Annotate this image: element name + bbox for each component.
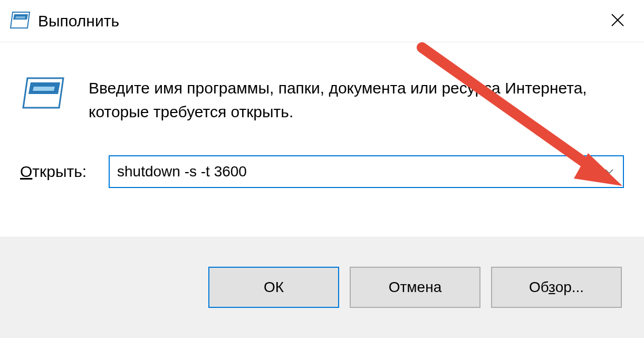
info-row: Введите имя программы, папки, документа … <box>20 74 624 124</box>
titlebar: Выполнить <box>0 0 644 42</box>
command-input[interactable] <box>117 163 603 180</box>
button-bar: ОК Отмена Обзор... <box>0 237 644 338</box>
cancel-button-label: Отмена <box>389 279 441 296</box>
open-label-text: ткрыть: <box>32 163 86 180</box>
ok-button[interactable]: ОК <box>208 267 339 308</box>
open-label-accelerator: О <box>20 163 32 180</box>
command-combobox[interactable] <box>109 155 624 188</box>
browse-button[interactable]: Обзор... <box>491 267 622 308</box>
combobox-dropdown-button[interactable] <box>603 165 616 178</box>
dialog-content: Введите имя программы, папки, документа … <box>0 42 644 209</box>
close-button[interactable] <box>606 10 629 33</box>
titlebar-left: Выполнить <box>9 10 119 32</box>
window-title: Выполнить <box>38 12 119 30</box>
open-label: Открыть: <box>20 163 94 181</box>
input-row: Открыть: <box>20 155 624 188</box>
svg-marker-7 <box>33 87 55 91</box>
close-icon <box>611 13 624 29</box>
run-dialog-large-icon <box>20 74 68 114</box>
cancel-button[interactable]: Отмена <box>350 267 480 308</box>
chevron-down-icon <box>604 167 614 176</box>
run-dialog-icon <box>9 10 32 32</box>
ok-button-label: ОК <box>264 279 284 296</box>
browse-button-label: Обзор... <box>529 279 584 296</box>
svg-marker-2 <box>15 16 25 18</box>
description-text: Введите имя программы, папки, документа … <box>89 74 624 124</box>
